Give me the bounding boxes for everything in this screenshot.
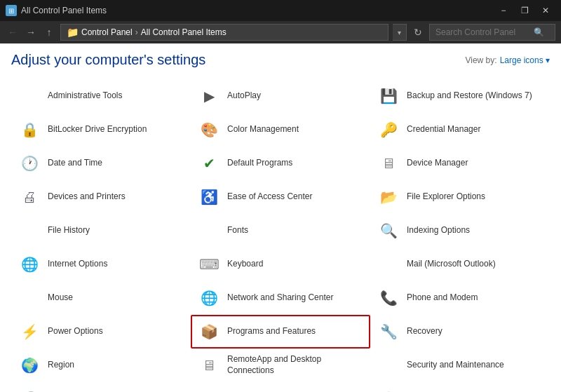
indexing-label: Indexing Options [407, 225, 470, 236]
folder-icon: 📁 [67, 27, 79, 38]
control-item-devices-printers[interactable]: 🖨Devices and Printers [11, 180, 191, 214]
backup-restore-icon: 💾 [377, 85, 400, 107]
network-icon: 🌐 [198, 287, 220, 309]
back-button[interactable]: ← [6, 25, 20, 39]
content-area: Adjust your computer's settings View by:… [0, 43, 561, 392]
window-icon: ⊞ [6, 5, 17, 16]
control-item-color-mgmt[interactable]: 🎨Color Management [191, 113, 370, 147]
credential-icon: 🔑 [377, 119, 400, 141]
network-label: Network and Sharing Center [227, 292, 333, 304]
control-item-file-history[interactable]: 🛡File History [11, 214, 191, 248]
mouse-label: Mouse [48, 292, 73, 304]
fonts-label: Fonts [227, 225, 248, 236]
control-item-keyboard[interactable]: ⌨Keyboard [191, 248, 370, 281]
file-history-label: File History [48, 225, 90, 236]
datetime-icon: 🕐 [18, 152, 41, 175]
control-item-indexing[interactable]: 🔍Indexing Options [370, 214, 550, 248]
phone-modem-icon: 📞 [377, 287, 400, 309]
mouse-icon: 🖱 [18, 287, 41, 309]
control-item-credential[interactable]: 🔑Credential Manager [370, 113, 550, 147]
autoplay-icon: ▶ [198, 85, 220, 107]
admin-tools-label: Administrative Tools [48, 90, 123, 102]
power-label: Power Options [48, 326, 103, 337]
autoplay-label: AutoPlay [227, 90, 261, 102]
control-item-speech[interactable]: 🎙Speech Recognition [191, 382, 370, 392]
control-item-network[interactable]: 🌐Network and Sharing Center [191, 281, 370, 315]
programs-icon: 📦 [198, 320, 220, 343]
window-controls: − ❐ ✕ [494, 4, 555, 18]
minimize-button[interactable]: − [494, 4, 513, 18]
default-progs-label: Default Programs [227, 158, 292, 169]
control-item-fonts[interactable]: AFonts [191, 214, 370, 248]
color-mgmt-icon: 🎨 [198, 119, 220, 141]
window-title: All Control Panel Items [21, 6, 494, 15]
control-item-mouse[interactable]: 🖱Mouse [11, 281, 191, 315]
region-label: Region [48, 360, 74, 371]
devices-printers-label: Devices and Printers [48, 191, 126, 203]
control-item-admin-tools[interactable]: ⚙Administrative Tools [11, 79, 191, 113]
control-item-security[interactable]: 🛡Security and Maintenance [370, 349, 550, 382]
control-item-ease-access[interactable]: ♿Ease of Access Center [191, 180, 370, 214]
backup-restore-label: Backup and Restore (Windows 7) [407, 90, 532, 102]
control-item-mail[interactable]: ✉Mail (Microsoft Outlook) [370, 248, 550, 281]
control-item-storage[interactable]: 💿Storage Spaces [370, 382, 550, 392]
datetime-label: Date and Time [48, 158, 102, 169]
keyboard-label: Keyboard [227, 259, 263, 270]
control-item-internet[interactable]: 🌐Internet Options [11, 248, 191, 281]
admin-tools-icon: ⚙ [18, 85, 41, 107]
region-icon: 🌍 [18, 354, 41, 377]
control-item-region[interactable]: 🌍Region [11, 349, 191, 382]
storage-icon: 💿 [377, 388, 400, 392]
control-item-programs[interactable]: 📦Programs and Features [191, 315, 370, 349]
default-progs-icon: ✔ [198, 152, 220, 175]
mail-icon: ✉ [377, 253, 400, 276]
address-dropdown[interactable]: ▾ [393, 24, 407, 41]
bitlocker-label: BitLocker Drive Encryption [48, 124, 147, 135]
page-header: Adjust your computer's settings View by:… [11, 52, 550, 68]
breadcrumb-current: All Control Panel Items [141, 27, 227, 37]
security-icon: 🛡 [377, 354, 400, 377]
search-input[interactable] [435, 27, 534, 37]
forward-button[interactable]: → [24, 25, 38, 39]
close-button[interactable]: ✕ [536, 4, 555, 18]
control-item-power[interactable]: ⚡Power Options [11, 315, 191, 349]
control-item-remote-app[interactable]: 🖥RemoteApp and Desktop Connections [191, 349, 370, 382]
mail-label: Mail (Microsoft Outlook) [407, 259, 496, 270]
programs-label: Programs and Features [227, 326, 316, 337]
speech-icon: 🎙 [198, 388, 220, 392]
file-explorer-icon: 📂 [377, 186, 400, 208]
internet-label: Internet Options [48, 259, 107, 270]
view-by-value[interactable]: Large icons ▾ [500, 55, 550, 65]
search-box[interactable]: 🔍 [429, 24, 555, 41]
control-item-device-mgr[interactable]: 🖥Device Manager [370, 147, 550, 180]
recovery-icon: 🔧 [377, 320, 400, 343]
credential-label: Credential Manager [407, 124, 480, 135]
control-item-recovery[interactable]: 🔧Recovery [370, 315, 550, 349]
control-item-default-progs[interactable]: ✔Default Programs [191, 147, 370, 180]
address-path[interactable]: 📁 Control Panel › All Control Panel Item… [60, 24, 388, 41]
control-item-phone-modem[interactable]: 📞Phone and Modem [370, 281, 550, 315]
ease-access-icon: ♿ [198, 186, 220, 208]
restore-button[interactable]: ❐ [515, 4, 534, 18]
page-title: Adjust your computer's settings [11, 52, 205, 68]
address-bar: ← → ↑ 📁 Control Panel › All Control Pane… [0, 21, 561, 43]
power-icon: ⚡ [18, 320, 41, 343]
refresh-button[interactable]: ↻ [411, 25, 425, 39]
devices-printers-icon: 🖨 [18, 186, 41, 208]
up-button[interactable]: ↑ [42, 25, 56, 39]
control-item-autoplay[interactable]: ▶AutoPlay [191, 79, 370, 113]
file-history-icon: 🛡 [18, 219, 41, 242]
sound-icon: 🔊 [18, 388, 41, 392]
fonts-icon: A [198, 219, 220, 242]
view-by-control: View by: Large icons ▾ [465, 55, 550, 65]
bitlocker-icon: 🔒 [18, 119, 41, 141]
control-item-bitlocker[interactable]: 🔒BitLocker Drive Encryption [11, 113, 191, 147]
control-item-backup-restore[interactable]: 💾Backup and Restore (Windows 7) [370, 79, 550, 113]
control-item-sound[interactable]: 🔊Sound [11, 382, 191, 392]
control-item-file-explorer[interactable]: 📂File Explorer Options [370, 180, 550, 214]
control-item-datetime[interactable]: 🕐Date and Time [11, 147, 191, 180]
indexing-icon: 🔍 [377, 219, 400, 242]
recovery-label: Recovery [407, 326, 442, 337]
title-bar: ⊞ All Control Panel Items − ❐ ✕ [0, 0, 561, 21]
remote-app-label: RemoteApp and Desktop Connections [227, 354, 363, 376]
